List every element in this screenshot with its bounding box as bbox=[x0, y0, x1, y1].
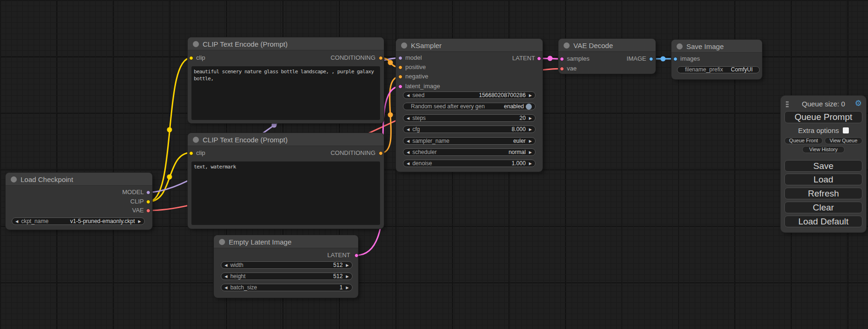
vae-output-port[interactable] bbox=[146, 209, 150, 213]
samples-input-port[interactable] bbox=[560, 57, 564, 61]
collapse-dot-icon[interactable] bbox=[11, 176, 17, 182]
node-titlebar[interactable]: Load Checkpoint bbox=[6, 173, 152, 186]
latent-output-port[interactable] bbox=[354, 253, 359, 258]
node-ksampler[interactable]: KSampler model positive negative latent_… bbox=[396, 39, 543, 172]
node-titlebar[interactable]: VAE Decode bbox=[558, 39, 656, 52]
node-graph-canvas[interactable]: Load Checkpoint MODEL CLIP VAE ◀ ckpt_na… bbox=[0, 0, 868, 329]
height-widget[interactable]: ◀ height 512 ▶ bbox=[221, 273, 353, 280]
increment-arrow-icon[interactable]: ▶ bbox=[529, 126, 532, 133]
model-input-port[interactable] bbox=[398, 56, 402, 60]
increment-arrow-icon[interactable]: ▶ bbox=[529, 161, 532, 167]
output-label-clip: CLIP bbox=[130, 198, 144, 205]
collapse-dot-icon[interactable] bbox=[401, 42, 407, 49]
steps-widget[interactable]: ◀ steps 20 ▶ bbox=[403, 114, 536, 122]
vae-input-port[interactable] bbox=[560, 67, 564, 71]
node-titlebar[interactable]: CLIP Text Encode (Prompt) bbox=[188, 133, 384, 146]
input-label-negative: negative bbox=[405, 73, 428, 80]
input-label-vae: vae bbox=[567, 65, 577, 72]
filename-prefix-widget[interactable]: filename_prefix ComfyUI bbox=[677, 66, 760, 73]
collapse-dot-icon[interactable] bbox=[193, 41, 199, 47]
increment-arrow-icon[interactable]: ▶ bbox=[529, 92, 532, 98]
node-titlebar[interactable]: Save Image bbox=[671, 40, 762, 53]
denoise-widget[interactable]: ◀ denoise 1.000 ▶ bbox=[403, 160, 536, 167]
input-label-samples: samples bbox=[567, 56, 589, 62]
negative-prompt-textarea[interactable]: text, watermark bbox=[191, 161, 380, 225]
model-output-port[interactable] bbox=[146, 190, 150, 195]
extra-options-checkbox[interactable] bbox=[843, 127, 849, 133]
node-clip-text-encode-negative[interactable]: CLIP Text Encode (Prompt) clip CONDITION… bbox=[188, 133, 384, 229]
ckpt-name-widget[interactable]: ◀ ckpt_name v1-5-pruned-emaonly.ckpt ▶ bbox=[12, 217, 145, 225]
decrement-arrow-icon[interactable]: ◀ bbox=[407, 161, 409, 167]
settings-gear-icon[interactable]: ⚙ bbox=[855, 98, 862, 108]
increment-arrow-icon[interactable]: ▶ bbox=[529, 138, 532, 144]
decrement-arrow-icon[interactable]: ◀ bbox=[407, 138, 409, 144]
decrement-arrow-icon[interactable]: ◀ bbox=[15, 218, 18, 224]
collapse-dot-icon[interactable] bbox=[193, 137, 199, 143]
cfg-widget[interactable]: ◀ cfg 8.000 ▶ bbox=[403, 126, 536, 133]
images-input-port[interactable] bbox=[673, 57, 677, 61]
node-load-checkpoint[interactable]: Load Checkpoint MODEL CLIP VAE ◀ ckpt_na… bbox=[6, 173, 152, 230]
clip-output-port[interactable] bbox=[146, 200, 150, 204]
output-label-latent: LATENT bbox=[512, 55, 535, 62]
load-button[interactable]: Load bbox=[784, 174, 862, 185]
collapse-dot-icon[interactable] bbox=[564, 42, 570, 49]
seed-widget[interactable]: ◀ seed 156680208700286 ▶ bbox=[403, 91, 536, 99]
view-queue-button[interactable]: View Queue bbox=[825, 137, 862, 144]
widget-value: normal bbox=[508, 149, 526, 155]
decrement-arrow-icon[interactable]: ◀ bbox=[407, 92, 409, 98]
latent-image-input-port[interactable] bbox=[398, 84, 402, 89]
widget-value: 20 bbox=[519, 115, 525, 121]
node-titlebar[interactable]: CLIP Text Encode (Prompt) bbox=[188, 37, 384, 50]
view-history-button[interactable]: View History bbox=[802, 146, 845, 153]
load-default-button[interactable]: Load Default bbox=[784, 216, 862, 227]
output-label-image: IMAGE bbox=[627, 56, 646, 62]
clip-input-port[interactable] bbox=[189, 151, 193, 155]
decrement-arrow-icon[interactable]: ◀ bbox=[225, 262, 227, 268]
refresh-button[interactable]: Refresh bbox=[784, 188, 862, 199]
scheduler-widget[interactable]: ◀ scheduler normal ▶ bbox=[403, 148, 536, 156]
increment-arrow-icon[interactable]: ▶ bbox=[138, 218, 141, 224]
node-save-image[interactable]: Save Image images filename_prefix ComfyU… bbox=[671, 40, 762, 79]
collapse-dot-icon[interactable] bbox=[677, 43, 683, 49]
input-label-latent-image: latent_image bbox=[405, 83, 440, 90]
image-output-port[interactable] bbox=[649, 57, 653, 61]
clear-button[interactable]: Clear bbox=[784, 202, 862, 213]
widget-label: Random seed after every gen bbox=[411, 104, 485, 110]
positive-prompt-textarea[interactable]: beautiful scenery nature glass bottle la… bbox=[191, 66, 380, 120]
save-button[interactable]: Save bbox=[784, 160, 862, 172]
decrement-arrow-icon[interactable]: ◀ bbox=[225, 285, 227, 291]
collapse-dot-icon[interactable] bbox=[219, 239, 225, 245]
node-vae-decode[interactable]: VAE Decode samples vae IMAGE bbox=[558, 39, 656, 74]
widget-value: 512 bbox=[333, 273, 343, 280]
widget-value: euler bbox=[513, 138, 526, 144]
queue-prompt-button[interactable]: Queue Prompt bbox=[784, 111, 862, 123]
latent-output-port[interactable] bbox=[537, 56, 541, 61]
decrement-arrow-icon[interactable]: ◀ bbox=[407, 115, 409, 121]
increment-arrow-icon[interactable]: ▶ bbox=[529, 115, 532, 121]
conditioning-output-port[interactable] bbox=[379, 151, 383, 155]
decrement-arrow-icon[interactable]: ◀ bbox=[407, 149, 409, 155]
node-title: VAE Decode bbox=[573, 42, 613, 49]
toggle-icon[interactable] bbox=[526, 104, 532, 110]
decrement-arrow-icon[interactable]: ◀ bbox=[225, 273, 227, 280]
node-clip-text-encode-positive[interactable]: CLIP Text Encode (Prompt) clip CONDITION… bbox=[188, 37, 384, 123]
node-empty-latent-image[interactable]: Empty Latent Image LATENT ◀ width 512 ▶ … bbox=[214, 235, 358, 298]
increment-arrow-icon[interactable]: ▶ bbox=[346, 273, 349, 280]
increment-arrow-icon[interactable]: ▶ bbox=[529, 149, 532, 155]
node-title: Save Image bbox=[686, 42, 724, 50]
random-seed-widget[interactable]: Random seed after every gen enabled bbox=[403, 103, 536, 110]
queue-front-button[interactable]: Queue Front bbox=[784, 137, 823, 144]
node-titlebar[interactable]: Empty Latent Image bbox=[214, 235, 358, 248]
comfy-menu-panel[interactable]: Queue size: 0 ⚙ Queue Prompt Extra optio… bbox=[781, 96, 866, 232]
batch-size-widget[interactable]: ◀ batch_size 1 ▶ bbox=[221, 284, 353, 291]
clip-input-port[interactable] bbox=[189, 56, 193, 60]
node-titlebar[interactable]: KSampler bbox=[396, 39, 543, 52]
increment-arrow-icon[interactable]: ▶ bbox=[346, 285, 349, 291]
decrement-arrow-icon[interactable]: ◀ bbox=[407, 126, 409, 133]
width-widget[interactable]: ◀ width 512 ▶ bbox=[221, 261, 353, 269]
conditioning-output-port[interactable] bbox=[379, 56, 383, 60]
sampler-name-widget[interactable]: ◀ sampler_name euler ▶ bbox=[403, 137, 536, 145]
positive-input-port[interactable] bbox=[398, 65, 402, 70]
negative-input-port[interactable] bbox=[398, 75, 402, 79]
increment-arrow-icon[interactable]: ▶ bbox=[346, 262, 349, 268]
